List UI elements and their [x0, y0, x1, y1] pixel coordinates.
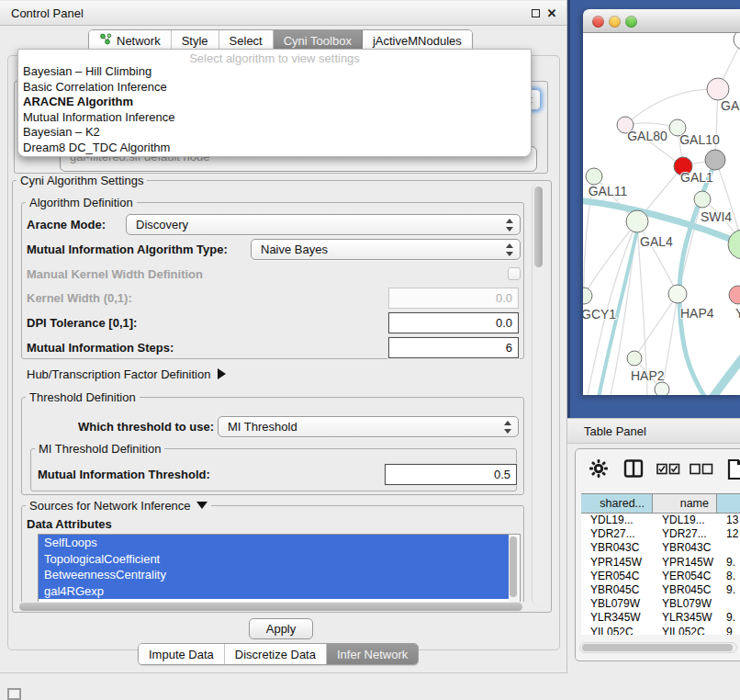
which-threshold-label: Which threshold to use:	[78, 418, 214, 436]
settings-vertical-scrollbar[interactable]	[532, 185, 544, 605]
tab-network[interactable]: Network	[89, 30, 172, 51]
table-cell: YBL079W	[581, 597, 653, 611]
dropdown-item-aracne-algorithm[interactable]: ARACNE Algorithm	[18, 95, 531, 110]
control-panel-window: Control Panel ✕ NetworkStyleSelectCyni T…	[0, 0, 567, 673]
select-all-checks-icon[interactable]	[656, 462, 680, 479]
table-cell: 9	[717, 626, 740, 636]
network-node-swi4[interactable]	[694, 191, 711, 208]
mi-type-value: Naive Bayes	[261, 243, 328, 256]
dropdown-item-mutual-information-inference[interactable]: Mutual Information Inference	[18, 110, 531, 126]
attribute-item-betweennesscentrality[interactable]: BetweennessCentrality	[39, 567, 509, 583]
network-canvas[interactable]: GALGAL80GAL10GAL1GAL11SWI4GAL4GCY1HAP4YH…	[583, 33, 740, 395]
aracne-mode-combo[interactable]: Discovery	[126, 214, 521, 235]
node-label-gal10: GAL10	[679, 132, 720, 147]
network-node[interactable]	[728, 230, 740, 259]
tab-jactivemnodules[interactable]: jActiveMNodules	[363, 30, 472, 51]
control-panel-titlebar: Control Panel ✕	[0, 0, 566, 26]
float-window-icon[interactable]	[528, 6, 543, 21]
sources-title[interactable]: Sources for Network Inference	[29, 499, 191, 513]
split-columns-icon[interactable]	[623, 458, 644, 482]
table-row[interactable]: YIL052CYIL052C9	[581, 626, 740, 636]
table-toolbar	[576, 455, 740, 486]
network-node[interactable]	[705, 150, 725, 170]
node-label-gal4: GAL4	[640, 234, 673, 249]
network-edge	[634, 294, 678, 358]
table-row[interactable]: YDR27...YDR27...12	[581, 527, 740, 541]
column-header-name[interactable]: name	[653, 494, 717, 513]
deselect-all-icon[interactable]	[690, 462, 713, 479]
table-row[interactable]: YBR043CYBR043C	[581, 541, 740, 555]
collapse-arrow-icon	[196, 502, 207, 509]
table-cell: YLR345W	[581, 611, 653, 625]
table-row[interactable]: YBL079WYBL079W	[581, 597, 740, 611]
network-node-gcy1[interactable]	[583, 288, 592, 304]
attributes-list-scrollbar[interactable]	[509, 536, 519, 602]
hub-definition-label: Hub/Transcription Factor Definition	[27, 367, 210, 381]
kernel-width-field[interactable]: 0.0	[388, 288, 519, 309]
close-traffic-light-icon[interactable]	[592, 16, 604, 28]
minimize-traffic-light-icon[interactable]	[609, 16, 621, 28]
network-node-hap4[interactable]	[668, 285, 687, 303]
network-node-hap2[interactable]	[627, 351, 642, 366]
attribute-item-topologicalcoefficient[interactable]: TopologicalCoefficient	[39, 551, 509, 568]
dpi-tolerance-field[interactable]: 0.0	[388, 312, 519, 333]
node-label-gal80: GAL80	[627, 129, 667, 143]
table-cell: YIL052C	[581, 626, 653, 636]
apply-button[interactable]: Apply	[249, 618, 313, 639]
new-table-icon[interactable]	[726, 458, 740, 484]
which-threshold-combo[interactable]: MI Threshold	[218, 416, 519, 437]
table-panel-titlebar: Table Panel	[567, 418, 740, 444]
table-cell: YBR045C	[581, 583, 653, 597]
network-node[interactable]	[734, 33, 740, 50]
cyni-toolbox-panel: gal-filtered.sif default node Cyni Algor…	[7, 55, 560, 650]
tab-style[interactable]: Style	[172, 30, 219, 51]
table-cell: YBR043C	[653, 541, 717, 555]
column-header-a[interactable]: A	[717, 494, 740, 513]
hub-definition-expander[interactable]: Hub/Transcription Factor Definition	[27, 367, 226, 383]
network-window-titlebar[interactable]	[583, 9, 740, 33]
dropdown-item-bayesian-k2[interactable]: Bayesian – K2	[18, 125, 531, 141]
table-cell: 12	[717, 527, 740, 541]
close-icon[interactable]: ✕	[544, 6, 559, 21]
network-view-window[interactable]: GALGAL80GAL10GAL1GAL11SWI4GAL4GCY1HAP4YH…	[583, 9, 740, 395]
settings-horizontal-scrollbar[interactable]	[17, 602, 533, 612]
table-row[interactable]: YDL19...YDL19...13	[581, 514, 740, 527]
table-horizontal-scrollbar[interactable]	[579, 642, 737, 653]
cyni-bottom-tab-bar: Impute DataDiscretize DataInfer Network	[138, 643, 419, 665]
network-node-gal4[interactable]	[626, 210, 648, 232]
tab-cyni-toolbox[interactable]: Cyni Toolbox	[274, 30, 363, 51]
tab-impute-data[interactable]: Impute Data	[139, 644, 225, 664]
network-node-gal[interactable]	[707, 78, 729, 100]
column-header-shared[interactable]: shared...	[581, 494, 653, 513]
attribute-item-selfloops[interactable]: SelfLoops	[39, 535, 509, 551]
network-node-y[interactable]	[729, 286, 740, 304]
mi-type-combo[interactable]: Naive Bayes	[251, 239, 521, 260]
dropdown-item-basic-correlation-inference[interactable]: Basic Correlation Inference	[18, 80, 531, 96]
table-row[interactable]: YPR145WYPR145W9.	[581, 556, 740, 570]
mi-threshold-field[interactable]: 0.5	[385, 464, 517, 485]
tab-select[interactable]: Select	[219, 30, 274, 51]
gear-icon[interactable]	[589, 458, 609, 482]
mi-type-label: Mutual Information Algorithm Type:	[27, 241, 228, 259]
attribute-item-gal4rgexp[interactable]: gal4RGexp	[39, 583, 509, 600]
mi-steps-field[interactable]: 6	[388, 337, 519, 358]
float-panel-icon[interactable]	[7, 688, 21, 700]
network-node[interactable]	[655, 382, 669, 395]
tab-label: Discretize Data	[235, 648, 316, 661]
tab-discretize-data[interactable]: Discretize Data	[225, 644, 327, 664]
dropdown-item-dream8-dc-tdc-algorithm[interactable]: Dream8 DC_TDC Algorithm	[18, 141, 531, 156]
expander-arrow-icon	[218, 368, 226, 379]
table-row[interactable]: YBR045CYBR045C9.	[581, 583, 740, 597]
tab-infer-network[interactable]: Infer Network	[327, 644, 418, 664]
network-node-gal11[interactable]	[586, 168, 602, 185]
table-row[interactable]: YER054CYER054C8.	[581, 570, 740, 583]
dropdown-item-bayesian-hill-climbing[interactable]: Bayesian – Hill Climbing	[18, 64, 531, 80]
table-cell: 9.	[717, 611, 740, 625]
zoom-traffic-light-icon[interactable]	[625, 16, 637, 28]
table-cell: YER054C	[653, 570, 717, 583]
table-cell: 13	[717, 514, 740, 527]
data-attributes-list[interactable]: SelfLoopsTopologicalCoefficientBetweenne…	[38, 534, 521, 604]
manual-kernel-checkbox[interactable]	[508, 267, 521, 280]
tab-label: Infer Network	[337, 648, 408, 661]
table-row[interactable]: YLR345WYLR345W9.	[581, 611, 740, 625]
